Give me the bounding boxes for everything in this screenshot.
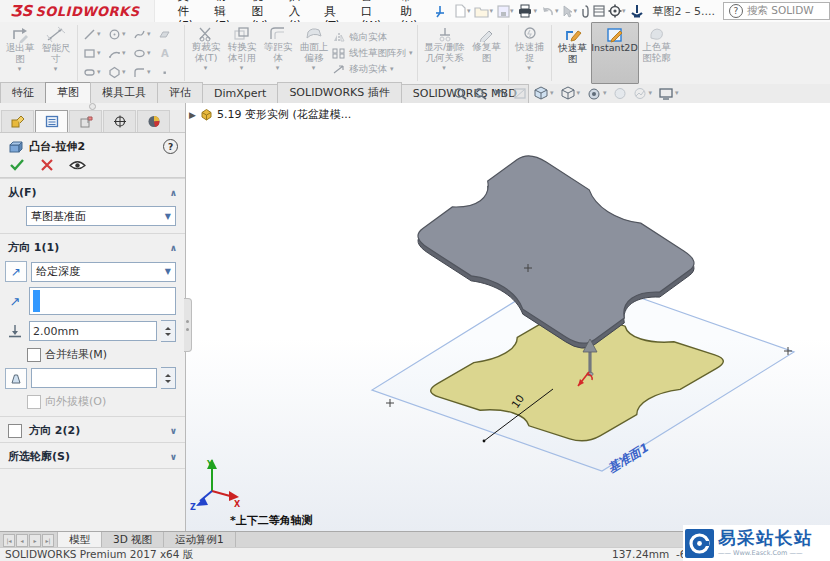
direction1-section-header[interactable]: 方向 1(1) ∧ <box>0 234 185 259</box>
pin-icon[interactable] <box>433 4 446 18</box>
mirror-entities-button[interactable]: 镜向实体 <box>332 30 414 45</box>
polygon-icon[interactable]: ▾ <box>106 63 131 82</box>
text-icon[interactable]: A <box>156 44 181 63</box>
3d-views-tab[interactable]: 3D 视图 <box>102 532 164 548</box>
depth-spinner[interactable] <box>161 320 176 342</box>
rectangle-icon[interactable]: ▾ <box>81 44 106 63</box>
ribbon-separator <box>77 25 78 81</box>
direction2-checkbox[interactable] <box>8 424 22 438</box>
line-icon[interactable]: ▾ <box>81 25 106 44</box>
attachment-icon[interactable] <box>580 4 591 19</box>
display-style-icon[interactable]: ▾ <box>559 86 583 100</box>
next-tab-icon: ▸ <box>29 534 41 547</box>
offset-on-surface-button[interactable]: 曲面上偏移▾ <box>296 22 332 84</box>
hide-show-items-icon[interactable]: ▾ <box>585 87 609 100</box>
panel-splitter[interactable] <box>0 103 185 110</box>
end-condition-select[interactable]: 给定深度 ▼ <box>31 262 176 282</box>
circle-icon[interactable]: ▾ <box>106 25 131 44</box>
svg-text:A: A <box>161 48 169 59</box>
dimxpert-manager-tab[interactable] <box>103 110 136 132</box>
print-icon[interactable]: ▾ <box>516 3 539 19</box>
previous-view-icon[interactable] <box>492 87 509 100</box>
zoom-to-fit-icon[interactable] <box>452 87 469 100</box>
first-tab-icon: |◂ <box>3 534 15 547</box>
slot-icon[interactable]: ▾ <box>81 63 106 82</box>
reverse-direction-button[interactable]: ↗ <box>5 261 27 282</box>
model-tab[interactable]: 模型 <box>58 532 102 548</box>
instant2d-button[interactable]: Instant2D <box>591 22 639 84</box>
property-manager-tab[interactable] <box>35 110 68 132</box>
open-document-icon[interactable]: ▾ <box>473 4 495 19</box>
draft-button[interactable] <box>5 368 27 389</box>
linear-sketch-pattern-button[interactable]: 线性草图阵列▾ <box>332 46 414 61</box>
offset-entities-button[interactable]: 等距实体▾ <box>260 22 296 84</box>
display-manager-tab[interactable] <box>137 110 170 132</box>
search-placeholder: 搜索 SOLIDW <box>747 4 814 18</box>
from-condition-select[interactable]: 草图基准面 ▼ <box>26 206 176 226</box>
cancel-button[interactable] <box>41 159 53 171</box>
direction2-section-header[interactable]: 方向 2(2) ∨ <box>0 417 185 442</box>
rebuild-icon[interactable] <box>629 3 645 19</box>
command-tab-bar: 特征 草图 模具工具 评估 DimXpert SOLIDWORKS 插件 SOL… <box>0 84 830 104</box>
depth-input[interactable]: 2.00mm <box>29 321 157 341</box>
flyout-expand-icon[interactable]: ▶ <box>189 110 196 120</box>
panel-collapse-handle[interactable] <box>184 298 192 352</box>
motion-study-tab[interactable]: 运动算例1 <box>164 532 236 548</box>
repair-sketch-button[interactable]: 修复草图 <box>469 22 505 84</box>
feature-manager-tab[interactable] <box>1 110 34 132</box>
shaded-sketch-contours-button[interactable]: 上色草图轮廓 <box>639 22 675 84</box>
logo-word: SOLIDWORKS <box>35 4 139 19</box>
selected-contours-header[interactable]: 所选轮廓(S) ∨ <box>0 443 185 468</box>
zoom-to-area-icon[interactable] <box>472 87 489 100</box>
arc-icon[interactable]: ▾ <box>106 44 131 63</box>
tab-features[interactable]: 特征 <box>0 82 46 103</box>
rapid-sketch-button[interactable]: 快速草图 <box>555 22 591 84</box>
section-view-icon[interactable] <box>512 87 529 100</box>
repair-sketch-icon <box>478 26 496 42</box>
instant2d-icon <box>605 26 625 43</box>
ok-button[interactable] <box>10 159 25 171</box>
tab-addins[interactable]: SOLIDWORKS 插件 <box>277 82 401 103</box>
apply-scene-icon[interactable]: ▾ <box>632 87 655 100</box>
select-arrow-icon[interactable]: ▾ <box>561 4 579 19</box>
display-pane-icon[interactable] <box>592 4 606 18</box>
ribbon-separator <box>417 25 418 81</box>
tab-nav-buttons[interactable]: |◂◂▸▸| <box>0 532 58 548</box>
undo-icon[interactable]: ▾ <box>540 4 561 18</box>
from-section-header[interactable]: 从(F) ∧ <box>0 179 185 204</box>
view-settings-icon[interactable]: ▾ <box>657 87 681 100</box>
edit-appearance-icon[interactable] <box>612 87 629 100</box>
direction-reference-input[interactable] <box>29 287 176 315</box>
quick-snaps-button[interactable]: 快速捕捉▾ <box>512 22 548 84</box>
search-input[interactable]: ? 搜索 SOLIDW <box>723 2 830 20</box>
tab-dimxpert[interactable]: DimXpert <box>202 84 278 103</box>
smart-dimension-button[interactable]: 智能尺寸▾ <box>38 22 74 84</box>
convert-entities-button[interactable]: 转换实体引用▾ <box>224 22 260 84</box>
new-document-icon[interactable]: ▾ <box>452 3 473 19</box>
preview-eye-icon[interactable] <box>69 160 86 171</box>
exit-sketch-button[interactable]: 退出草图▾ <box>2 22 38 84</box>
display-relations-button[interactable]: 显示/删除几何关系▾ <box>421 22 469 84</box>
move-entities-button[interactable]: 移动实体▾ <box>332 62 414 77</box>
flyout-feature-tree[interactable]: ▶ 5.19 变形实例 (花盆建模... <box>189 107 351 122</box>
tab-mold-tools[interactable]: 模具工具 <box>90 82 158 103</box>
point-icon[interactable] <box>156 63 181 82</box>
ellipse-icon[interactable]: ▾ <box>131 44 156 63</box>
draft-spinner[interactable] <box>161 367 176 389</box>
trim-entities-button[interactable]: 剪裁实体(T)▾ <box>188 22 224 84</box>
help-icon[interactable]: ? <box>163 139 178 154</box>
save-icon[interactable]: ▾ <box>496 4 516 19</box>
tab-evaluate[interactable]: 评估 <box>157 82 203 103</box>
configuration-manager-tab[interactable] <box>69 110 102 132</box>
view-orientation-icon[interactable]: ▾ <box>532 86 556 100</box>
draft-angle-input[interactable] <box>31 368 157 388</box>
fillet-icon[interactable]: ▾ <box>131 63 156 82</box>
triad-z-label: Z <box>190 503 196 512</box>
sketch-on-plane-icon[interactable] <box>156 25 181 44</box>
spline-icon[interactable]: ▾ <box>131 25 156 44</box>
quick-snaps-icon <box>521 26 539 42</box>
graphics-viewport[interactable]: 基准面1 10 <box>186 103 830 531</box>
merge-result-checkbox[interactable] <box>27 348 41 362</box>
options-gear-icon[interactable]: ▾ <box>607 3 628 19</box>
tab-sketch[interactable]: 草图 <box>45 82 91 103</box>
